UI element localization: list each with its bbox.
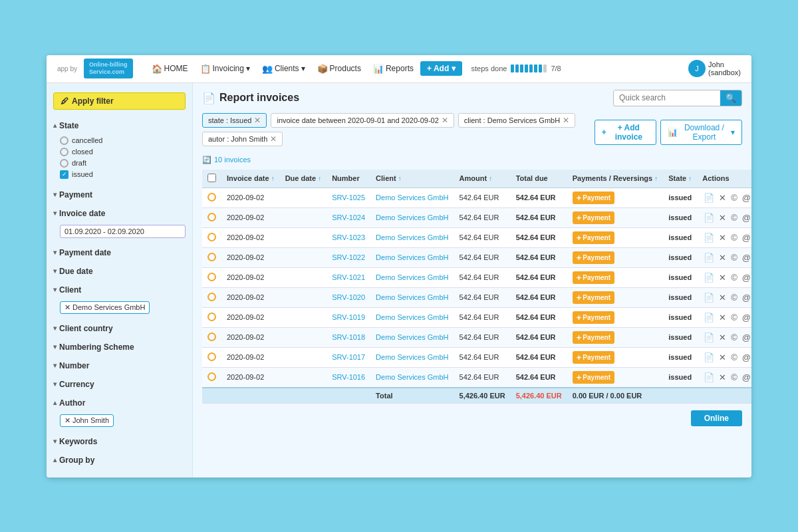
client-link[interactable]: Demo Services GmbH: [376, 333, 448, 341]
action-edit-icon[interactable]: 📄: [702, 252, 716, 263]
col-state[interactable]: State ↑: [663, 170, 697, 188]
nav-add-button[interactable]: + Add: [420, 61, 462, 76]
row-payment[interactable]: + Payment: [567, 207, 664, 227]
action-delete-icon[interactable]: ✕: [718, 252, 728, 263]
row-client[interactable]: Demo Services GmbH: [370, 247, 454, 267]
row-select-circle[interactable]: [207, 213, 216, 221]
user-menu[interactable]: J John (sandbox): [688, 60, 741, 77]
action-copy-icon[interactable]: ©: [730, 312, 739, 323]
nav-invoicing[interactable]: 📋 Invoicing: [195, 61, 255, 76]
filter-option-issued[interactable]: ✓ issued: [60, 169, 186, 180]
row-number[interactable]: SRV-1019: [327, 307, 370, 327]
invoice-number-link[interactable]: SRV-1017: [332, 353, 365, 361]
action-delete-icon[interactable]: ✕: [718, 272, 728, 283]
col-number[interactable]: Number: [327, 170, 370, 188]
action-copy-icon[interactable]: ©: [730, 292, 739, 303]
row-client[interactable]: Demo Services GmbH: [370, 327, 454, 347]
col-client[interactable]: Client ↑: [370, 170, 454, 188]
author-tag-x[interactable]: ✕: [65, 416, 70, 425]
action-copy-icon[interactable]: ©: [730, 192, 739, 203]
logo[interactable]: Online-billing Service.com: [84, 59, 133, 78]
invoice-number-link[interactable]: SRV-1021: [332, 273, 365, 281]
row-select-circle[interactable]: [207, 193, 216, 201]
payment-badge[interactable]: + Payment: [573, 291, 614, 304]
client-link[interactable]: Demo Services GmbH: [376, 233, 448, 241]
filter-tag-state-close[interactable]: ✕: [254, 116, 261, 125]
client-link[interactable]: Demo Services GmbH: [376, 313, 448, 321]
row-number[interactable]: SRV-1018: [327, 327, 370, 347]
filter-payment-header[interactable]: Payment: [47, 187, 192, 203]
action-copy-icon[interactable]: ©: [730, 212, 739, 223]
search-button[interactable]: 🔍: [720, 90, 741, 106]
radio-closed[interactable]: [60, 148, 68, 156]
row-payment[interactable]: + Payment: [567, 287, 664, 307]
action-delete-icon[interactable]: ✕: [718, 292, 728, 303]
action-email-icon[interactable]: @: [741, 252, 751, 263]
action-email-icon[interactable]: @: [741, 292, 751, 303]
payment-badge[interactable]: + Payment: [573, 371, 614, 384]
invoice-number-link[interactable]: SRV-1025: [332, 194, 365, 201]
action-copy-icon[interactable]: ©: [730, 252, 739, 263]
action-delete-icon[interactable]: ✕: [718, 212, 728, 223]
client-link[interactable]: Demo Services GmbH: [376, 373, 448, 381]
client-link[interactable]: Demo Services GmbH: [376, 213, 448, 221]
invoice-number-link[interactable]: SRV-1019: [332, 313, 365, 321]
radio-draft[interactable]: [60, 159, 68, 168]
client-link[interactable]: Demo Services GmbH: [376, 194, 448, 201]
row-payment[interactable]: + Payment: [567, 227, 664, 247]
row-client[interactable]: Demo Services GmbH: [370, 307, 454, 327]
action-edit-icon[interactable]: 📄: [702, 272, 716, 283]
nav-clients[interactable]: 👥 Clients: [257, 61, 311, 76]
row-payment[interactable]: + Payment: [567, 188, 664, 207]
row-select-circle[interactable]: [207, 332, 216, 341]
payment-badge[interactable]: + Payment: [573, 251, 614, 264]
payment-badge[interactable]: + Payment: [573, 351, 614, 364]
action-copy-icon[interactable]: ©: [730, 272, 739, 283]
search-input[interactable]: [614, 90, 720, 105]
client-link[interactable]: Demo Services GmbH: [376, 253, 448, 261]
row-payment[interactable]: + Payment: [567, 307, 664, 327]
row-payment[interactable]: + Payment: [567, 347, 664, 367]
action-delete-icon[interactable]: ✕: [718, 312, 728, 323]
row-select-circle[interactable]: [207, 233, 216, 241]
action-edit-icon[interactable]: 📄: [702, 192, 716, 203]
row-select-circle[interactable]: [207, 372, 216, 381]
row-number[interactable]: SRV-1024: [327, 207, 370, 227]
action-email-icon[interactable]: @: [741, 372, 751, 383]
invoice-number-link[interactable]: SRV-1022: [332, 253, 365, 261]
nav-home[interactable]: 🏠 HOME: [146, 61, 194, 76]
nav-reports[interactable]: 📊 Reports: [368, 61, 419, 76]
client-link[interactable]: Demo Services GmbH: [376, 293, 448, 301]
filter-clientcountry-header[interactable]: Client country: [47, 321, 192, 336]
filter-keywords-header[interactable]: Keywords: [47, 434, 192, 450]
action-email-icon[interactable]: @: [741, 212, 751, 223]
row-select-circle[interactable]: [207, 293, 216, 301]
filter-tag-autor[interactable]: autor : John Smith ✕: [202, 132, 283, 146]
row-payment[interactable]: + Payment: [567, 247, 664, 267]
filter-option-closed[interactable]: closed: [60, 146, 186, 158]
col-due-date[interactable]: Due date ↑: [280, 170, 327, 188]
nav-products[interactable]: 📦 Products: [312, 61, 366, 76]
row-select-circle[interactable]: [207, 273, 216, 281]
filter-option-cancelled[interactable]: cancelled: [60, 135, 186, 146]
filter-state-header[interactable]: State: [47, 118, 192, 134]
action-email-icon[interactable]: @: [741, 272, 751, 283]
col-checkbox[interactable]: [202, 170, 221, 188]
action-email-icon[interactable]: @: [741, 312, 751, 323]
filter-option-draft[interactable]: draft: [60, 158, 186, 169]
filter-groupby-header[interactable]: Group by: [47, 452, 192, 468]
filter-duedate-header[interactable]: Due date: [47, 263, 192, 279]
radio-cancelled[interactable]: [60, 136, 68, 145]
row-client[interactable]: Demo Services GmbH: [370, 207, 454, 227]
filter-author-header[interactable]: Author: [47, 395, 192, 411]
row-number[interactable]: SRV-1023: [327, 227, 370, 247]
filter-currency-header[interactable]: Currency: [47, 376, 192, 392]
row-number[interactable]: SRV-1020: [327, 287, 370, 307]
row-number[interactable]: SRV-1022: [327, 247, 370, 267]
action-copy-icon[interactable]: ©: [730, 332, 739, 343]
apply-filter-button[interactable]: 🖊 Apply filter: [53, 92, 186, 110]
client-tag-x[interactable]: ✕: [65, 303, 70, 312]
row-number[interactable]: SRV-1016: [327, 367, 370, 388]
row-client[interactable]: Demo Services GmbH: [370, 188, 454, 207]
action-edit-icon[interactable]: 📄: [702, 212, 716, 223]
